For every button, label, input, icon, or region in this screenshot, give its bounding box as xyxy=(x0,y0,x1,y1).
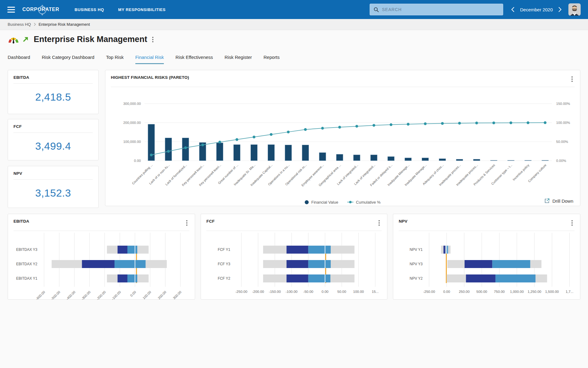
bullet-segment[interactable] xyxy=(308,246,331,254)
user-avatar[interactable] xyxy=(568,3,581,16)
pareto-bar[interactable] xyxy=(490,160,497,161)
trend-arrow-icon xyxy=(22,36,29,43)
fcf-kebab-menu-icon[interactable] xyxy=(377,219,382,227)
bullet-segment[interactable] xyxy=(496,274,536,282)
bullet-segment[interactable] xyxy=(287,260,308,268)
bullet-segment[interactable] xyxy=(118,274,127,282)
row-label: NPV Y3 xyxy=(410,262,423,266)
pareto-bar[interactable] xyxy=(302,145,309,161)
cumulative-point xyxy=(424,122,427,125)
bullet-segment[interactable] xyxy=(441,246,450,254)
ebitda-kebab-menu-icon[interactable] xyxy=(184,219,189,227)
page-kebab-menu-icon[interactable] xyxy=(150,36,155,44)
bullet-segment[interactable] xyxy=(308,260,331,268)
bullet-segment[interactable] xyxy=(308,274,330,282)
search-input[interactable] xyxy=(382,7,499,12)
bullet-segment[interactable] xyxy=(443,246,445,254)
svg-text:-200.00: -200.00 xyxy=(96,290,106,301)
kpi-card-ebitda[interactable]: EBITDA2,418.5 xyxy=(8,70,99,114)
pareto-bar[interactable] xyxy=(371,155,377,161)
bullet-segment[interactable] xyxy=(127,246,137,254)
kpi-label: EBITDA xyxy=(13,75,29,80)
tab-financial-risk[interactable]: Financial Risk xyxy=(135,55,164,64)
kpi-label: FCF xyxy=(13,124,22,129)
npv-svg: NPV Y1NPV Y3NPV Y2-250.000.00250.00500.0… xyxy=(399,231,575,303)
svg-text:0.00: 0.00 xyxy=(322,290,328,293)
bullet-segment[interactable] xyxy=(287,246,308,254)
bullet-segment[interactable] xyxy=(465,260,492,268)
pareto-bar[interactable] xyxy=(285,145,292,161)
bullet-segment[interactable] xyxy=(127,274,137,282)
pareto-bar[interactable] xyxy=(439,159,446,161)
cumulative-point xyxy=(407,123,409,125)
svg-text:0.00%: 0.00% xyxy=(556,159,566,163)
svg-text:300,000.00: 300,000.00 xyxy=(123,102,141,105)
pareto-bar[interactable] xyxy=(456,159,463,161)
pareto-legend: Financial Value Cumulative % xyxy=(111,197,575,207)
financial-value-swatch-icon xyxy=(305,200,309,204)
tab-dashboard[interactable]: Dashboard xyxy=(8,55,30,64)
bullet-segment[interactable] xyxy=(466,274,496,282)
pareto-bar[interactable] xyxy=(234,144,240,161)
pareto-bar[interactable] xyxy=(525,160,531,161)
legend-cumulative-percent[interactable]: Cumulative % xyxy=(347,200,380,205)
period-navigator: December 2020 xyxy=(511,7,562,12)
npv-kebab-menu-icon[interactable] xyxy=(570,219,575,227)
pareto-bar[interactable] xyxy=(405,158,412,161)
pareto-bar[interactable] xyxy=(353,155,360,161)
pareto-bar[interactable] xyxy=(388,156,394,161)
pareto-bar[interactable] xyxy=(542,160,548,161)
nav-my-responsibilities[interactable]: MY RESPONSIBILITIES xyxy=(118,7,166,12)
svg-text:100.00: 100.00 xyxy=(142,290,152,300)
pareto-bar[interactable] xyxy=(268,144,274,161)
kpi-card-npv[interactable]: NPV3,152.3 xyxy=(8,166,99,208)
bullet-segment[interactable] xyxy=(82,260,115,268)
svg-text:100.00%: 100.00% xyxy=(556,121,570,125)
breadcrumb-business-hq[interactable]: Business HQ xyxy=(8,22,31,27)
search-box[interactable] xyxy=(370,4,503,15)
next-period-icon[interactable] xyxy=(558,7,562,12)
period-label[interactable]: December 2020 xyxy=(520,7,553,12)
tab-reports[interactable]: Reports xyxy=(264,55,280,64)
pareto-bar[interactable] xyxy=(473,159,480,161)
pareto-bar[interactable] xyxy=(217,143,223,161)
tab-risk-register[interactable]: Risk Register xyxy=(224,55,252,64)
cumulative-point xyxy=(201,144,204,146)
nav-business-hq[interactable]: BUSINESS HQ xyxy=(75,7,104,12)
corporater-logo[interactable]: CORPORATER xyxy=(22,7,59,12)
row-label: EBITDAX Y1 xyxy=(16,276,37,281)
top-nav: BUSINESS HQ MY RESPONSIBILITIES xyxy=(75,7,166,12)
fcf-svg: FCF Y1FCF Y3FCF Y2-250.00-200.00-150.00-… xyxy=(206,231,383,303)
bullet-segment[interactable] xyxy=(287,274,308,282)
cumulative-point xyxy=(167,150,170,153)
pareto-bar[interactable] xyxy=(336,154,343,161)
bullet-segment[interactable] xyxy=(446,246,448,254)
tab-top-risk[interactable]: Top Risk xyxy=(106,55,124,64)
pareto-bar[interactable] xyxy=(507,160,514,161)
bullet-segment[interactable] xyxy=(118,246,127,254)
pareto-bar[interactable] xyxy=(319,152,326,161)
bullet-segment[interactable] xyxy=(492,260,530,268)
pareto-bar[interactable] xyxy=(422,158,429,161)
previous-period-icon[interactable] xyxy=(511,7,514,12)
drill-down-button[interactable]: Drill Down xyxy=(544,198,573,204)
cumulative-point xyxy=(355,125,358,128)
svg-text:500.00: 500.00 xyxy=(477,290,487,293)
pareto-kebab-menu-icon[interactable] xyxy=(570,75,575,83)
cumulative-point xyxy=(458,122,461,125)
svg-text:-150.00: -150.00 xyxy=(269,290,281,293)
legend-financial-value[interactable]: Financial Value xyxy=(305,200,338,205)
pareto-bar[interactable] xyxy=(251,144,257,161)
tab-bar: DashboardRisk Category DashboardTop Risk… xyxy=(8,55,280,64)
pareto-bar[interactable] xyxy=(165,138,172,161)
row-label: FCF Y1 xyxy=(218,247,230,252)
pareto-bar[interactable] xyxy=(182,138,189,161)
tab-risk-effectiveness[interactable]: Risk Effectiveness xyxy=(175,55,213,64)
svg-text:-500.00: -500.00 xyxy=(50,290,61,301)
menu-icon[interactable] xyxy=(7,7,15,13)
tab-risk-category-dashboard[interactable]: Risk Category Dashboard xyxy=(42,55,94,64)
svg-text:-100.00: -100.00 xyxy=(285,290,297,293)
cumulative-point xyxy=(321,127,324,130)
bullet-segment[interactable] xyxy=(115,260,145,268)
kpi-card-fcf[interactable]: FCF3,499.4 xyxy=(8,119,99,160)
